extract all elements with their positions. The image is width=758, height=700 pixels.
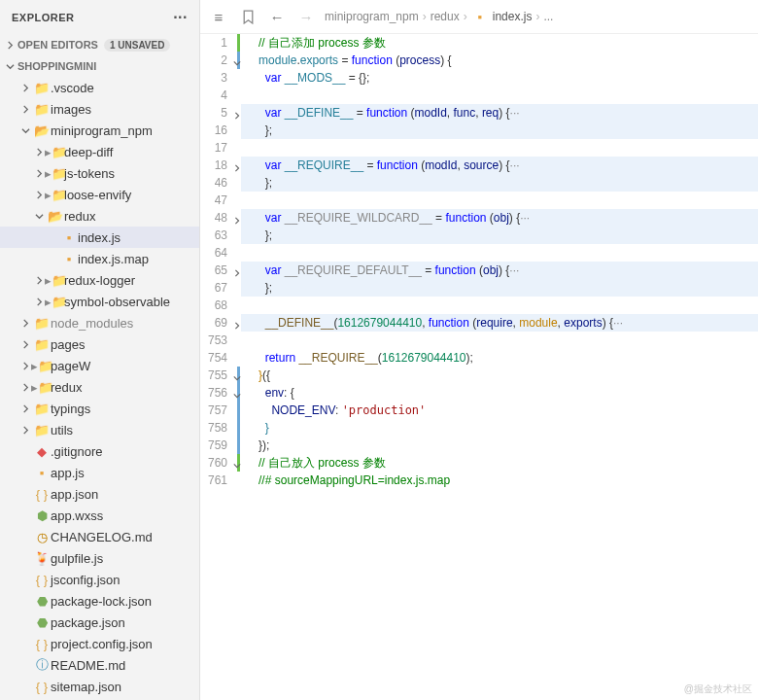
code-source[interactable]: // 自己添加 process 参数module.exports = funct…	[241, 34, 758, 700]
tree-item[interactable]: { }app.json	[0, 483, 199, 505]
tree-item[interactable]: ⬣package.json	[0, 612, 199, 633]
tree-item[interactable]: ▸📁deep-diff	[0, 141, 199, 162]
tree-item[interactable]: ◷CHANGELOG.md	[0, 526, 199, 547]
tree-item[interactable]: 📂miniprogram_npm	[0, 120, 199, 141]
editor-pane: ≡ ← → miniprogram_npm›redux›▪index.js›..…	[200, 0, 758, 700]
nav-forward-icon[interactable]: →	[295, 9, 317, 25]
more-icon[interactable]: ···	[173, 9, 188, 26]
open-editors-section[interactable]: OPEN EDITORS 1 UNSAVED	[0, 34, 199, 55]
tree-item[interactable]: ▸📁redux-logger	[0, 269, 199, 291]
file-tree: 📁.vscode📁images📂miniprogram_npm▸📁deep-di…	[0, 77, 199, 700]
tree-item[interactable]: 📂redux	[0, 205, 199, 227]
tree-item[interactable]: 📁node_modules	[0, 312, 199, 333]
chevron-down-icon	[2, 62, 17, 71]
explorer-sidebar: EXPLORER ··· OPEN EDITORS 1 UNSAVED SHOP…	[0, 0, 200, 700]
tree-item[interactable]: 📁utils	[0, 419, 199, 440]
tree-item[interactable]: ⬣package-lock.json	[0, 590, 199, 612]
bookmark-icon[interactable]	[237, 10, 258, 24]
tree-item[interactable]: ▸📁pageW	[0, 355, 199, 376]
project-section[interactable]: SHOPPINGMINI	[0, 55, 199, 77]
tree-item[interactable]: { }jsconfig.json	[0, 569, 199, 590]
tree-item[interactable]: ⬢app.wxss	[0, 505, 199, 526]
tree-item[interactable]: { }sitemap.json	[0, 676, 199, 697]
tree-item[interactable]: ▸📁symbol-observable	[0, 291, 199, 312]
explorer-header: EXPLORER ···	[0, 0, 199, 34]
nav-back-icon[interactable]: ←	[266, 9, 288, 25]
tree-item[interactable]: 📁pages	[0, 333, 199, 355]
open-editors-label: OPEN EDITORS	[17, 39, 98, 51]
explorer-title: EXPLORER	[12, 12, 75, 23]
breadcrumb[interactable]: miniprogram_npm›redux›▪index.js›...	[325, 10, 553, 24]
tree-item[interactable]: ◆.gitignore	[0, 440, 199, 462]
list-icon[interactable]: ≡	[208, 9, 229, 25]
tree-item[interactable]: ▸📁redux	[0, 376, 199, 398]
chevron-right-icon	[2, 41, 17, 50]
tree-item[interactable]: 📁.vscode	[0, 77, 199, 98]
tree-item[interactable]: 📁typings	[0, 398, 199, 419]
line-gutter: 1234516171846474863646567686975375475575…	[200, 34, 235, 700]
tree-item[interactable]: ▪app.js	[0, 462, 199, 483]
project-label: SHOPPINGMINI	[17, 60, 96, 72]
tree-item[interactable]: ▪index.js	[0, 227, 199, 248]
tree-item[interactable]: 📁images	[0, 98, 199, 120]
tree-item[interactable]: 🍹gulpfile.js	[0, 547, 199, 569]
tree-item[interactable]: ▸📁loose-envify	[0, 184, 199, 205]
tree-item[interactable]: ▸📁js-tokens	[0, 162, 199, 184]
code-area[interactable]: 1234516171846474863646567686975375475575…	[200, 34, 758, 700]
tree-item[interactable]: { }project.config.json	[0, 633, 199, 654]
unsaved-badge: 1 UNSAVED	[104, 39, 171, 52]
editor-tabbar: ≡ ← → miniprogram_npm›redux›▪index.js›..…	[200, 0, 758, 34]
tree-item[interactable]: ⓘREADME.md	[0, 654, 199, 676]
watermark: @掘金技术社区	[684, 682, 752, 696]
tree-item[interactable]: ▪index.js.map	[0, 248, 199, 269]
